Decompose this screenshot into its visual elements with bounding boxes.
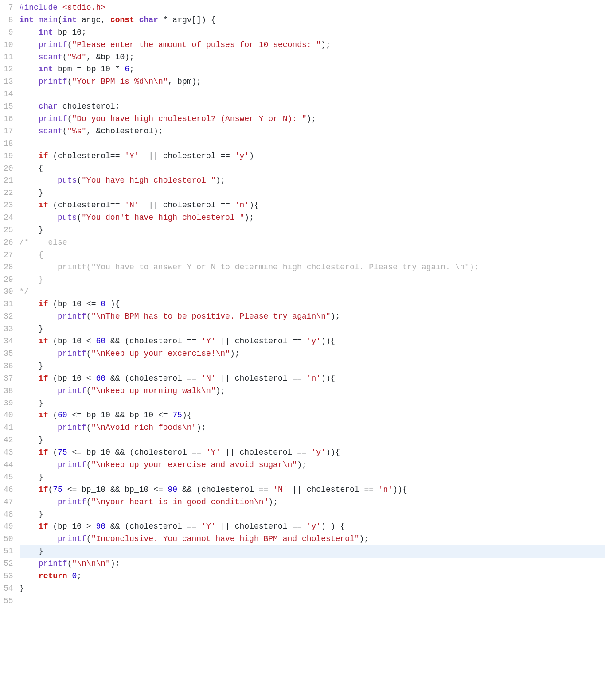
code-line: } <box>20 274 605 286</box>
code-line: { <box>20 249 605 261</box>
line-number: 21 <box>4 175 13 187</box>
code-line: printf("\nkeep up morning walk\n"); <box>20 385 605 397</box>
code-line: if (bp_10 <= 0 ){ <box>20 298 605 311</box>
code-line: printf("Please enter the amount of pulse… <box>20 39 605 51</box>
line-number: 8 <box>4 14 13 27</box>
code-line: } <box>20 509 605 521</box>
line-number: 54 <box>4 583 13 595</box>
code-line: printf("\nKeep up your excercise!\n"); <box>20 348 605 360</box>
code-line: puts("You don't have high cholesterol ")… <box>20 212 605 224</box>
line-number: 55 <box>4 595 13 607</box>
code-line: /* else <box>20 237 605 249</box>
line-number: 49 <box>4 521 13 533</box>
line-number: 41 <box>4 422 13 434</box>
line-number: 36 <box>4 360 13 373</box>
code-content[interactable]: #include <stdio.h>int main(int argc, con… <box>20 0 609 609</box>
line-number: 46 <box>4 484 13 496</box>
code-editor: 7891011121314151617181920212223242526272… <box>0 0 609 609</box>
code-line: { <box>20 163 605 175</box>
line-number: 52 <box>4 558 13 570</box>
line-number: 17 <box>4 125 13 138</box>
line-number: 26 <box>4 237 13 249</box>
line-number: 13 <box>4 76 13 88</box>
line-number: 50 <box>4 533 13 545</box>
line-number: 43 <box>4 447 13 459</box>
code-line <box>20 88 605 101</box>
line-number: 28 <box>4 261 13 274</box>
code-line: char cholesterol; <box>20 101 605 113</box>
code-line: int bpm = bp_10 * 6; <box>20 63 605 76</box>
line-number: 29 <box>4 274 13 286</box>
line-number: 48 <box>4 509 13 521</box>
code-line: printf("Your BPM is %d\n\n", bpm); <box>20 76 605 88</box>
line-number: 39 <box>4 397 13 410</box>
code-line: if (bp_10 < 60 && (cholesterol == 'Y' ||… <box>20 335 605 348</box>
code-line: printf("\n\n\n"); <box>20 558 605 570</box>
line-number: 18 <box>4 138 13 150</box>
line-number: 53 <box>4 570 13 583</box>
line-number-gutter: 7891011121314151617181920212223242526272… <box>0 0 20 609</box>
line-number: 20 <box>4 163 13 175</box>
line-number: 32 <box>4 311 13 323</box>
line-number: 38 <box>4 385 13 397</box>
code-line: } <box>20 434 605 447</box>
line-number: 27 <box>4 249 13 261</box>
code-line: } <box>20 187 605 199</box>
code-line: printf("Do you have high cholesterol? (A… <box>20 113 605 125</box>
code-line: if (bp_10 > 90 && (cholesterol == 'Y' ||… <box>20 521 605 533</box>
line-number: 7 <box>4 2 13 14</box>
line-number: 9 <box>4 27 13 39</box>
code-line: printf("Inconclusive. You cannot have hi… <box>20 533 605 545</box>
line-number: 34 <box>4 335 13 348</box>
line-number: 31 <box>4 298 13 311</box>
line-number: 23 <box>4 199 13 212</box>
code-line: */ <box>20 286 605 298</box>
line-number: 16 <box>4 113 13 125</box>
code-line: scanf("%d", &bp_10); <box>20 51 605 64</box>
code-line: puts("You have high cholesterol "); <box>20 175 605 187</box>
line-number: 45 <box>4 471 13 484</box>
line-number: 30 <box>4 286 13 298</box>
code-line: } <box>20 224 605 237</box>
line-number: 40 <box>4 409 13 422</box>
code-line: } <box>20 397 605 410</box>
code-line: if (60 <= bp_10 && bp_10 <= 75){ <box>20 409 605 422</box>
line-number: 10 <box>4 39 13 51</box>
line-number: 44 <box>4 459 13 471</box>
code-line: printf("\nThe BPM has to be positive. Pl… <box>20 311 605 323</box>
line-number: 37 <box>4 373 13 385</box>
line-number: 22 <box>4 187 13 199</box>
code-line: } <box>20 545 605 558</box>
code-line: if (cholesterol== 'N' || cholesterol == … <box>20 199 605 212</box>
line-number: 11 <box>4 51 13 64</box>
code-line: } <box>20 471 605 484</box>
code-line: printf("You have to answer Y or N to det… <box>20 261 605 274</box>
line-number: 24 <box>4 212 13 224</box>
code-line: } <box>20 583 605 595</box>
code-line: } <box>20 323 605 335</box>
line-number: 14 <box>4 88 13 101</box>
code-line: int main(int argc, const char * argv[]) … <box>20 14 605 27</box>
code-line: if(75 <= bp_10 && bp_10 <= 90 && (choles… <box>20 484 605 496</box>
line-number: 51 <box>4 545 13 558</box>
line-number: 15 <box>4 101 13 113</box>
code-line: if (75 <= bp_10 && (cholesterol == 'Y' |… <box>20 447 605 459</box>
code-line: return 0; <box>20 570 605 583</box>
line-number: 33 <box>4 323 13 335</box>
code-line: scanf("%s", &cholesterol); <box>20 125 605 138</box>
code-line: int bp_10; <box>20 27 605 39</box>
code-line: #include <stdio.h> <box>20 2 605 14</box>
code-line: if (bp_10 < 60 && (cholesterol == 'N' ||… <box>20 373 605 385</box>
code-line: if (cholesterol== 'Y' || cholesterol == … <box>20 150 605 163</box>
line-number: 47 <box>4 496 13 509</box>
line-number: 19 <box>4 150 13 163</box>
code-line: printf("\nyour heart is in good conditio… <box>20 496 605 509</box>
line-number: 42 <box>4 434 13 447</box>
code-line: printf("\nkeep up your exercise and avoi… <box>20 459 605 471</box>
line-number: 12 <box>4 63 13 76</box>
line-number: 25 <box>4 224 13 237</box>
code-line: printf("\nAvoid rich foods\n"); <box>20 422 605 434</box>
code-line: } <box>20 360 605 373</box>
code-line <box>20 138 605 150</box>
line-number: 35 <box>4 348 13 360</box>
